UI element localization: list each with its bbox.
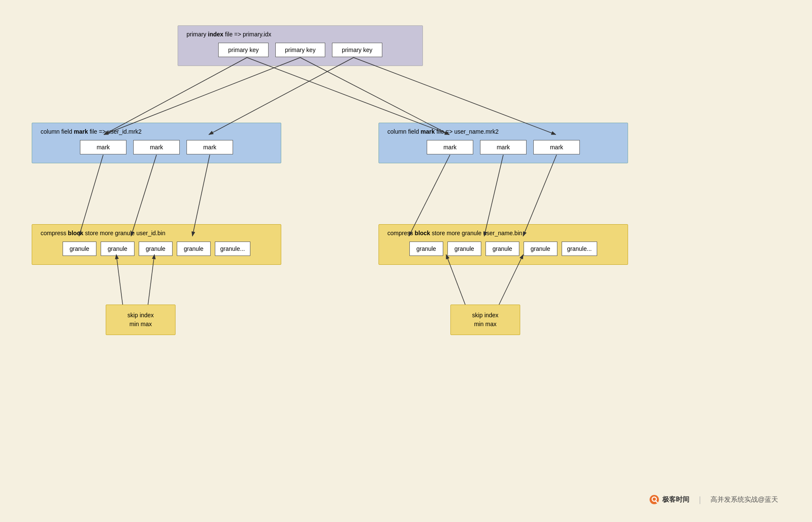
skip-index-right: skip index min max bbox=[450, 305, 520, 335]
mark-right-3: mark bbox=[533, 140, 580, 154]
footer: 极客时间 ｜ 高并发系统实战@蓝天 bbox=[649, 494, 778, 505]
granule-left-4: granule bbox=[177, 242, 211, 256]
granule-right-3: granule bbox=[486, 242, 519, 256]
mark-box-right: column field mark file => user_name.mrk2… bbox=[379, 123, 628, 163]
mark-right-row: mark mark mark bbox=[387, 140, 619, 154]
skip-right-line2: min max bbox=[458, 320, 513, 329]
footer-divider: ｜ bbox=[696, 495, 704, 505]
mark-box-left: column field mark file => user_id.mrk2 m… bbox=[32, 123, 281, 163]
brand-logo-icon bbox=[649, 494, 660, 505]
granule-left-3: granule bbox=[139, 242, 173, 256]
mark-left-3: mark bbox=[187, 140, 233, 154]
block-left-title: compress block store more granule user_i… bbox=[41, 230, 272, 236]
granule-right-5: granule... bbox=[562, 242, 597, 256]
granule-left-1: granule bbox=[63, 242, 96, 256]
footer-brand: 极客时间 bbox=[649, 494, 689, 505]
mark-left-2: mark bbox=[133, 140, 180, 154]
mark-right-1: mark bbox=[427, 140, 473, 154]
primary-key-2: primary key bbox=[275, 43, 325, 57]
granule-left-5: granule... bbox=[215, 242, 250, 256]
primary-keys-row: primary key primary key primary key bbox=[187, 43, 414, 57]
granule-right-2: granule bbox=[447, 242, 481, 256]
skip-left-line1: skip index bbox=[113, 311, 168, 320]
granule-left-2: granule bbox=[101, 242, 134, 256]
block-box-right: compress block store more granule user_n… bbox=[379, 224, 628, 265]
mark-left-1: mark bbox=[80, 140, 126, 154]
granule-left-row: granule granule granule granule granule.… bbox=[41, 242, 272, 256]
mark-right-title: column field mark file => user_name.mrk2 bbox=[387, 128, 619, 135]
block-right-title: compress block store more granule user_n… bbox=[387, 230, 619, 236]
primary-key-3: primary key bbox=[332, 43, 382, 57]
mark-left-title: column field mark file => user_id.mrk2 bbox=[41, 128, 272, 135]
mark-right-2: mark bbox=[480, 140, 527, 154]
granule-right-row: granule granule granule granule granule.… bbox=[387, 242, 619, 256]
granule-right-1: granule bbox=[409, 242, 443, 256]
skip-index-left: skip index min max bbox=[106, 305, 176, 335]
brand-name: 极客时间 bbox=[662, 495, 689, 504]
primary-index-title: primary index file => primary.idx bbox=[187, 31, 414, 38]
primary-key-1: primary key bbox=[218, 43, 268, 57]
mark-left-row: mark mark mark bbox=[41, 140, 272, 154]
skip-left-line2: min max bbox=[113, 320, 168, 329]
skip-right-line1: skip index bbox=[458, 311, 513, 320]
granule-right-4: granule bbox=[524, 242, 557, 256]
block-box-left: compress block store more granule user_i… bbox=[32, 224, 281, 265]
diagram-container: primary index file => primary.idx primar… bbox=[0, 0, 812, 522]
footer-subtitle: 高并发系统实战@蓝天 bbox=[710, 495, 778, 504]
primary-index-box: primary index file => primary.idx primar… bbox=[178, 25, 423, 66]
